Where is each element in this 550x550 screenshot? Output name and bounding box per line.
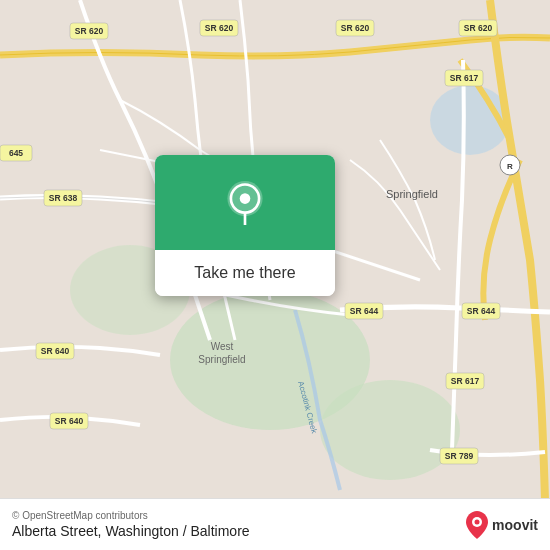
location-label: Alberta Street, Washington / Baltimore <box>12 523 456 539</box>
svg-text:SR 638: SR 638 <box>49 193 78 203</box>
svg-text:SR 640: SR 640 <box>41 346 70 356</box>
svg-text:SR 617: SR 617 <box>450 73 479 83</box>
svg-text:SR 620: SR 620 <box>464 23 493 33</box>
svg-text:SR 640: SR 640 <box>55 416 84 426</box>
svg-text:SR 620: SR 620 <box>75 26 104 36</box>
svg-text:SR 644: SR 644 <box>467 306 496 316</box>
svg-point-38 <box>240 193 251 204</box>
svg-text:Springfield: Springfield <box>198 354 245 365</box>
svg-text:SR 620: SR 620 <box>205 23 234 33</box>
svg-point-40 <box>475 519 480 524</box>
svg-text:SR 644: SR 644 <box>350 306 379 316</box>
svg-text:R: R <box>507 162 513 171</box>
moovit-pin-icon <box>466 511 488 539</box>
map-pin-icon <box>223 181 267 225</box>
map-container: SR 620 SR 620 SR 620 SR 620 SR 617 SR 63… <box>0 0 550 550</box>
svg-text:Springfield: Springfield <box>386 188 438 200</box>
moovit-logo: moovit <box>466 511 538 539</box>
svg-point-1 <box>320 380 460 480</box>
copyright-text: © OpenStreetMap contributors <box>12 510 456 521</box>
popup-card: Take me there <box>155 155 335 296</box>
svg-text:SR 620: SR 620 <box>341 23 370 33</box>
svg-text:SR 617: SR 617 <box>451 376 480 386</box>
svg-text:West: West <box>211 341 234 352</box>
take-me-there-button[interactable]: Take me there <box>155 250 335 296</box>
svg-text:SR 789: SR 789 <box>445 451 474 461</box>
moovit-text: moovit <box>492 517 538 533</box>
svg-text:645: 645 <box>9 148 23 158</box>
take-me-there-label: Take me there <box>194 264 295 282</box>
popup-header <box>155 155 335 250</box>
bottom-bar: © OpenStreetMap contributors Alberta Str… <box>0 498 550 550</box>
